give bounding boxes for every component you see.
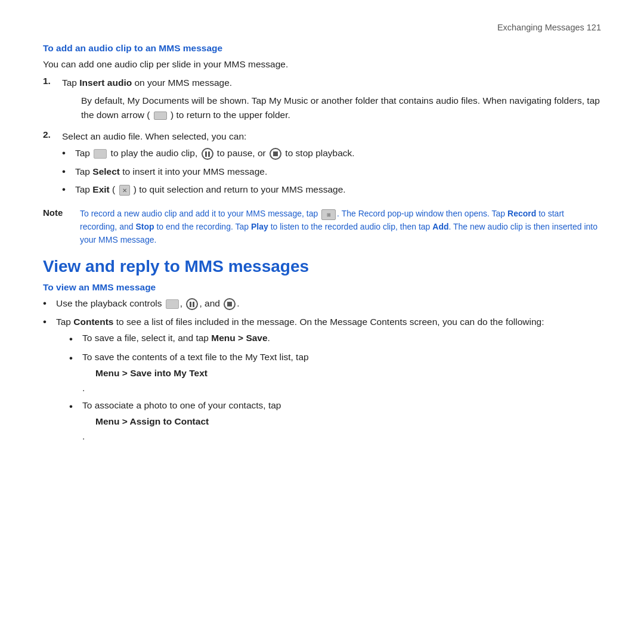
sub-bullet-3: • To associate a photo to one of your co…: [69, 398, 601, 444]
sub-dot-1: •: [69, 331, 82, 347]
contents-bold: Contents: [73, 317, 113, 327]
page: Exchanging Messages 121 To add an audio …: [0, 0, 644, 473]
sub-bullet-1-content: To save a file, select it, and tap Menu …: [82, 331, 270, 346]
playback-stop-icon: [224, 298, 236, 310]
bullet-2-content: Tap Select to insert it into your MMS me…: [75, 165, 601, 179]
note-label: Note: [43, 208, 80, 218]
section2-heading: To view an MMS message: [43, 282, 601, 293]
pause-icon: [202, 148, 213, 160]
page-header: Exchanging Messages 121: [43, 23, 601, 32]
bullet-dot-2: •: [62, 164, 75, 179]
sub-dot-2: •: [69, 350, 82, 366]
section2-bullet-1: • Use the playback controls , , and .: [43, 296, 601, 311]
sub-bullet-2: • To save the contents of a text file to…: [69, 350, 601, 395]
playback-pause-icon: [186, 298, 198, 310]
step1-num: 1.: [43, 76, 62, 86]
bullet-2: • Tap Select to insert it into your MMS …: [62, 165, 601, 179]
stop-icon: [270, 148, 281, 160]
sub-bullets: • To save a file, select it, and tap Men…: [69, 331, 601, 444]
menu-save-mytext-bold: Menu > Save into My Text: [95, 366, 309, 381]
step2-bullets: • Tap to play the audio clip, to pause, …: [62, 146, 601, 197]
step1-bold: Insert audio: [79, 78, 132, 88]
step2-content: Select an audio file. When selected, you…: [62, 129, 601, 200]
bullet-dot-3: •: [62, 182, 75, 197]
rec-icon: ⊞: [321, 209, 336, 220]
s2-bullet-dot-2: •: [43, 314, 56, 330]
section2-bullets: • Use the playback controls , , and . • …: [43, 296, 601, 447]
bullet-1: • Tap to play the audio clip, to pause, …: [62, 146, 601, 161]
nav-icon: [154, 112, 167, 120]
section-add-audio: To add an audio clip to an MMS message Y…: [43, 43, 601, 246]
numbered-list: 1. Tap Insert audio on your MMS message.…: [43, 76, 601, 200]
s2-bullet-1-content: Use the playback controls , , and .: [56, 296, 601, 311]
play-list-icon: [94, 149, 107, 159]
section1-intro: You can add one audio clip per slide in …: [43, 57, 601, 71]
playback-list-icon: [166, 299, 179, 309]
note-block: Note To record a new audio clip and add …: [43, 208, 601, 246]
note-record-bold: Record: [507, 209, 536, 218]
exit-icon: ✕: [119, 185, 130, 196]
bullet-3: • Tap Exit ( ✕ ) to quit selection and r…: [62, 182, 601, 197]
section-view-reply: View and reply to MMS messages To view a…: [43, 257, 601, 447]
bullet-dot-1: •: [62, 145, 75, 161]
note-stop-bold: Stop: [135, 222, 154, 231]
select-bold: Select: [92, 166, 120, 177]
menu-save-bold: Menu > Save: [211, 333, 267, 343]
section2-bullet-2: • Tap Contents to see a list of files in…: [43, 315, 601, 447]
section2-big-title: View and reply to MMS messages: [43, 257, 601, 276]
step1-content: Tap Insert audio on your MMS message. By…: [62, 76, 601, 126]
sub-dot-3: •: [69, 398, 82, 414]
bullet-1-content: Tap to play the audio clip, to pause, or…: [75, 146, 601, 160]
step-1: 1. Tap Insert audio on your MMS message.…: [43, 76, 601, 126]
step-2: 2. Select an audio file. When selected, …: [43, 129, 601, 200]
menu-assign-contact-bold: Menu > Assign to Contact: [95, 414, 281, 429]
exit-bold: Exit: [92, 184, 109, 194]
step1-sub: By default, My Documents will be shown. …: [81, 94, 601, 122]
sub-bullet-2-content: To save the contents of a text file to t…: [82, 350, 309, 395]
section1-heading: To add an audio clip to an MMS message: [43, 43, 601, 54]
s2-bullet-dot-1: •: [43, 296, 56, 311]
sub-bullet-3-content: To associate a photo to one of your cont…: [82, 398, 281, 444]
page-header-text: Exchanging Messages 121: [497, 23, 601, 32]
note-text: To record a new audio clip and add it to…: [80, 208, 601, 246]
note-add-bold: Add: [432, 222, 448, 231]
s2-bullet-2-content: Tap Contents to see a list of files incl…: [56, 315, 601, 447]
note-play-bold: Play: [251, 222, 268, 231]
bullet-3-content: Tap Exit ( ✕ ) to quit selection and ret…: [75, 182, 601, 197]
sub-bullet-1: • To save a file, select it, and tap Men…: [69, 331, 601, 347]
step2-num: 2.: [43, 129, 62, 140]
